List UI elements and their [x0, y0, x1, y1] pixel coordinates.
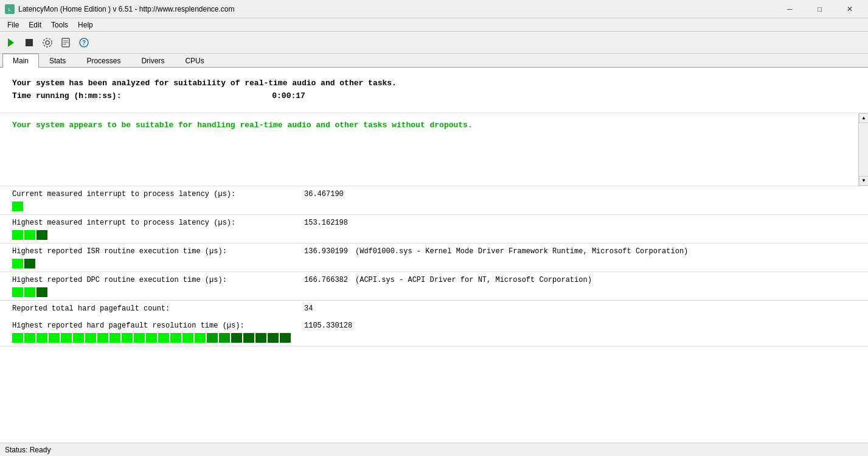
bar-segment [61, 333, 72, 343]
metric-highest-latency-label: Highest measured interrupt to process la… [12, 219, 304, 227]
metric-dpc: Highest reported DPC routine execution t… [0, 272, 868, 301]
close-button[interactable]: ✕ [836, 2, 863, 16]
tab-stats[interactable]: Stats [39, 54, 76, 68]
bar-segment [12, 230, 23, 240]
play-button[interactable] [2, 34, 19, 51]
bar-segment [73, 333, 84, 343]
toolbar: ? [0, 32, 868, 54]
metric-pagefault-count: Reported total hard pagefault count: 34 [0, 301, 868, 318]
maximize-button[interactable]: □ [806, 2, 833, 16]
metrics-area: Current measured interrupt to process la… [0, 186, 868, 443]
status-area: Your system appears to be suitable for h… [0, 113, 868, 186]
menu-file[interactable]: File [2, 19, 24, 30]
metric-highest-latency: Highest measured interrupt to process la… [0, 215, 868, 244]
bar-segment [24, 287, 35, 297]
bar-segment [36, 333, 47, 343]
help-button[interactable]: ? [75, 34, 92, 51]
metric-isr-label: Highest reported ISR routine execution t… [12, 247, 304, 256]
metric-pagefault-resolution: Highest reported hard pagefault resoluti… [0, 318, 868, 346]
window-title: LatencyMon (Home Edition ) v 6.51 - http… [18, 5, 776, 13]
bar-segment [97, 333, 108, 343]
title-bar: L LatencyMon (Home Edition ) v 6.51 - ht… [0, 0, 868, 18]
svg-text:?: ? [82, 40, 86, 46]
analysis-time-row: Time running (h:mm:ss): 0:00:17 [12, 90, 856, 103]
analysis-line1: Your system has been analyzed for suitab… [12, 77, 856, 90]
bar-segment [231, 333, 242, 343]
metric-dpc-bar [12, 287, 856, 298]
bar-segment [280, 333, 291, 343]
minimize-button[interactable]: ─ [776, 2, 804, 16]
metric-pagefault-count-value: 34 [304, 304, 313, 313]
status-message: Your system appears to be suitable for h… [12, 121, 856, 130]
bar-segment [134, 333, 145, 343]
metric-isr-extra: (Wdf01000.sys - Kernel Mode Driver Frame… [355, 247, 688, 256]
app-icon: L [5, 4, 15, 14]
bar-segment [158, 333, 169, 343]
tab-bar: Main Stats Processes Drivers CPUs [0, 54, 868, 68]
tab-drivers[interactable]: Drivers [131, 54, 175, 68]
analysis-time-value: 0:00:17 [272, 91, 305, 100]
menu-edit[interactable]: Edit [24, 19, 46, 30]
bar-segment [122, 333, 133, 343]
svg-point-4 [46, 41, 49, 44]
metric-dpc-extra: (ACPI.sys - ACPI Driver for NT, Microsof… [355, 276, 592, 284]
metric-pagefault-count-label: Reported total hard pagefault count: [12, 304, 304, 313]
svg-point-5 [43, 38, 52, 47]
metric-pagefault-resolution-label: Highest reported hard pagefault resoluti… [12, 321, 304, 330]
metric-isr: Highest reported ISR routine execution t… [0, 244, 868, 272]
bar-segment [207, 333, 218, 343]
svg-marker-2 [8, 38, 14, 47]
bar-segment [12, 287, 23, 297]
bar-segment [12, 259, 23, 268]
metric-isr-value: 136.930199 [304, 247, 348, 256]
bar-segment [36, 230, 47, 240]
bar-segment [24, 230, 35, 240]
bar-segment [24, 333, 35, 343]
tab-processes[interactable]: Processes [76, 54, 131, 68]
analysis-time-label: Time running (h:mm:ss): [12, 91, 121, 100]
bar-segment [12, 202, 23, 211]
bar-segment [24, 259, 35, 268]
menu-bar: File Edit Tools Help [0, 18, 868, 32]
bar-segment [12, 333, 23, 343]
metric-pagefault-resolution-bar [12, 332, 856, 343]
metric-isr-bar [12, 258, 856, 269]
metric-highest-latency-value: 153.162198 [304, 219, 348, 227]
metric-current-latency-bar [12, 201, 856, 212]
metric-current-latency: Current measured interrupt to process la… [0, 186, 868, 215]
settings-button[interactable] [39, 34, 56, 51]
stop-button[interactable] [21, 34, 38, 51]
svg-rect-3 [26, 39, 33, 46]
metric-current-latency-value: 36.467190 [304, 190, 344, 198]
scroll-down-arrow[interactable]: ▼ [859, 176, 868, 186]
bar-segment [109, 333, 120, 343]
scroll-up-arrow[interactable]: ▲ [859, 113, 868, 123]
metric-dpc-label: Highest reported DPC routine execution t… [12, 276, 304, 284]
status-bar-text: Status: Ready [5, 446, 50, 454]
bar-segment [195, 333, 206, 343]
tab-cpus[interactable]: CPUs [175, 54, 214, 68]
tab-main[interactable]: Main [2, 54, 39, 68]
analysis-area: Your system has been analyzed for suitab… [0, 68, 868, 113]
bar-segment [170, 333, 181, 343]
bar-segment [243, 333, 254, 343]
window-controls: ─ □ ✕ [776, 2, 863, 16]
status-bar: Status: Ready [0, 443, 868, 456]
main-content: Your system has been analyzed for suitab… [0, 68, 868, 443]
menu-help[interactable]: Help [73, 19, 98, 30]
report-button[interactable] [57, 34, 74, 51]
bar-segment [146, 333, 157, 343]
bar-segment [49, 333, 60, 343]
metric-highest-latency-bar [12, 230, 856, 240]
metric-current-latency-label: Current measured interrupt to process la… [12, 190, 304, 198]
svg-text:L: L [9, 7, 12, 12]
menu-tools[interactable]: Tools [46, 19, 73, 30]
bar-segment [255, 333, 266, 343]
bar-segment [219, 333, 230, 343]
bar-segment [85, 333, 96, 343]
bar-segment [268, 333, 279, 343]
scrollbar[interactable]: ▲ ▼ [858, 113, 868, 186]
bar-segment [36, 287, 47, 297]
bar-segment [182, 333, 193, 343]
metric-pagefault-resolution-value: 1105.330128 [304, 321, 352, 330]
